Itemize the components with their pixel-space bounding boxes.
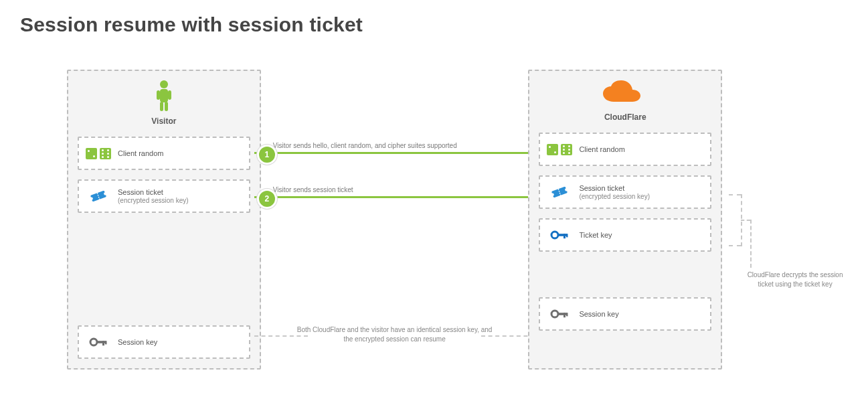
svg-rect-21 xyxy=(566,234,568,237)
svg-point-22 xyxy=(551,311,558,317)
card-title: Session key xyxy=(118,338,157,347)
card-title: Session ticket xyxy=(118,188,189,197)
card-subtitle: (encrypted session key) xyxy=(118,197,189,205)
svg-rect-20 xyxy=(563,234,566,238)
key-icon xyxy=(86,337,111,347)
svg-rect-6 xyxy=(90,191,106,202)
cf-session-ticket: Session ticket(encrypted session key) xyxy=(539,175,711,209)
visitor-client-random: Client random xyxy=(78,137,250,170)
card-title: Client random xyxy=(118,149,163,158)
arrow-1: Visitor sends hello, client random, and … xyxy=(261,142,529,154)
ticket-icon xyxy=(547,185,572,199)
right-notes: CloudFlare decrypts the session ticket u… xyxy=(734,70,848,370)
ticket-icon xyxy=(86,189,111,203)
cf-client-random: Client random xyxy=(539,133,711,166)
dice-icon xyxy=(86,148,111,159)
step-badge: 1 xyxy=(257,145,277,165)
svg-rect-5 xyxy=(165,102,168,111)
person-icon xyxy=(154,79,174,112)
key-icon xyxy=(547,309,572,319)
cloudflare-label: CloudFlare xyxy=(604,112,646,122)
svg-rect-14 xyxy=(551,187,568,198)
arrow-label: Visitor sends session ticket xyxy=(273,186,529,193)
card-title: Session key xyxy=(579,310,618,319)
arrow-label: Visitor sends hello, client random, and … xyxy=(273,142,529,149)
svg-rect-2 xyxy=(157,90,160,100)
arrow-2: Visitor sends session ticket 2 xyxy=(261,186,529,198)
svg-rect-24 xyxy=(563,313,566,317)
svg-rect-13 xyxy=(105,341,107,344)
svg-point-0 xyxy=(160,80,168,88)
cf-session-key: Session key xyxy=(539,297,711,331)
card-title: Ticket key xyxy=(579,231,612,240)
cloud-icon xyxy=(600,79,650,108)
cloudflare-panel: CloudFlare Client random Session ticket(… xyxy=(528,70,722,370)
card-title: Client random xyxy=(579,145,624,154)
visitor-label: Visitor xyxy=(151,116,176,126)
svg-rect-3 xyxy=(168,90,171,100)
svg-point-10 xyxy=(90,339,97,345)
visitor-panel: Visitor Client random Session ticket(enc… xyxy=(67,70,261,370)
card-title: Session ticket xyxy=(579,184,650,193)
right-note: CloudFlare decrypts the session ticket u… xyxy=(742,270,848,289)
middle-area: Visitor sends hello, client random, and … xyxy=(261,70,529,370)
dice-icon xyxy=(547,144,572,155)
page-title: Session resume with session ticket xyxy=(20,13,848,36)
svg-rect-25 xyxy=(566,313,568,316)
step-badge: 2 xyxy=(257,189,277,209)
card-subtitle: (encrypted session key) xyxy=(579,193,650,201)
svg-rect-1 xyxy=(160,89,168,102)
svg-rect-4 xyxy=(160,102,163,111)
mid-note: Both CloudFlare and the visitor have an … xyxy=(261,325,529,343)
key-icon xyxy=(547,230,572,240)
visitor-session-key: Session key xyxy=(78,325,250,359)
svg-point-18 xyxy=(551,232,558,238)
visitor-session-ticket: Session ticket(encrypted session key) xyxy=(78,179,250,213)
cf-ticket-key: Ticket key xyxy=(539,218,711,252)
svg-rect-12 xyxy=(102,341,104,345)
